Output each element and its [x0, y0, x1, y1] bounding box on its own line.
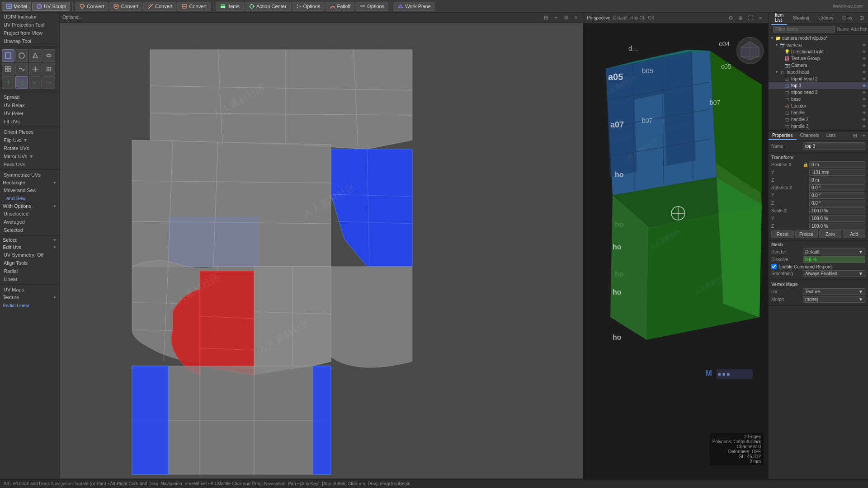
- add-btn[interactable]: Add: [843, 230, 865, 238]
- symmetrize-uvs-item[interactable]: Symmetrize UVs: [0, 171, 59, 179]
- edit-uvs-dropdown[interactable]: Edit Uvs▼: [0, 244, 59, 251]
- viewport-zoom-btn[interactable]: ⊕: [736, 14, 745, 22]
- udim-indicator[interactable]: UDIM Indicator: [0, 13, 59, 21]
- unwrap-tool[interactable]: Unwrap Tool: [0, 37, 59, 45]
- prop-expand-btn[interactable]: ⊞: [851, 131, 859, 140]
- zero-btn[interactable]: Zero: [819, 230, 842, 238]
- radial-item[interactable]: Radial: [0, 267, 59, 275]
- viewport-close-btn[interactable]: ×: [756, 14, 764, 22]
- scale-y-value[interactable]: 100.0 %: [809, 215, 865, 222]
- tree-item-10[interactable]: ◎ Locator 👁: [769, 103, 868, 109]
- pos-z-value[interactable]: 0 m: [809, 177, 865, 183]
- select-dropdown[interactable]: Select▼: [0, 236, 59, 244]
- mode-model[interactable]: Model: [2, 2, 31, 11]
- spread-item[interactable]: Spread: [0, 93, 59, 101]
- nav-widget[interactable]: [736, 37, 764, 64]
- rot-y-value[interactable]: 0.0 °: [809, 192, 865, 199]
- items-btn[interactable]: Items: [216, 2, 244, 11]
- zoom-fit-btn[interactable]: ⊞: [542, 14, 550, 22]
- uv-symmetry-item[interactable]: UV Symmetry: Off: [0, 251, 59, 259]
- tree-item-4[interactable]: 📷 Camera 👁: [769, 62, 868, 69]
- uv-tool-12[interactable]: →: [42, 76, 55, 89]
- expand-icon[interactable]: ⊞: [858, 14, 866, 22]
- prop-tab-channels[interactable]: Channels: [797, 131, 823, 140]
- name-input[interactable]: [803, 142, 865, 150]
- fit-uvs-item[interactable]: Fit UVs: [0, 117, 59, 126]
- tree-item-3[interactable]: 🖼 Texture Group 👁: [769, 55, 868, 62]
- texture-dropdown[interactable]: Texture▼: [0, 294, 59, 301]
- rot-x-value[interactable]: 0.0 °: [809, 184, 865, 191]
- tree-item-8[interactable]: ◻ tripod head 3 👁: [769, 89, 868, 96]
- options-btn-2[interactable]: Options: [355, 2, 388, 11]
- morph-dropdown[interactable]: (none) ▼: [803, 296, 865, 303]
- mirror-uvs-item[interactable]: Mirror UVs ▼: [0, 152, 59, 160]
- uv-canvas[interactable]: 人人素材社区 人人素材社区 人人素材社区 人人素材社区: [60, 23, 583, 478]
- website-link[interactable]: www.rr-sc.com: [829, 3, 866, 9]
- freeze-btn[interactable]: Freeze: [795, 230, 818, 238]
- dissolve-value[interactable]: 0.0 %: [803, 256, 865, 263]
- uv-tool-7[interactable]: [29, 63, 42, 75]
- viewport-3d-canvas[interactable]: a05 b05 a07 b07 ho ho ho b07 c05 c04 d..…: [583, 23, 768, 479]
- uv-tool-6[interactable]: [15, 63, 28, 75]
- pos-x-value[interactable]: 0 m: [809, 161, 865, 168]
- uv-peler-item[interactable]: UV Peler: [0, 109, 59, 117]
- with-options-dropdown[interactable]: With Options▼: [0, 202, 59, 210]
- rot-z-value[interactable]: 0.0 °: [809, 200, 865, 206]
- zoom-in-btn[interactable]: +: [552, 14, 560, 22]
- prop-plus-btn[interactable]: +: [860, 131, 868, 140]
- rectangle-dropdown[interactable]: Rectangle▼: [0, 179, 59, 186]
- tree-item-1[interactable]: ▼ 📷 camera 👁: [769, 42, 868, 48]
- settings-btn[interactable]: ⚙: [562, 14, 570, 22]
- tree-item-7[interactable]: ◻ top 3 👁: [769, 82, 868, 89]
- reset-btn[interactable]: Reset: [771, 230, 794, 238]
- tree-item-0[interactable]: ▼ 📁 camera model wip.lxo*: [769, 35, 868, 42]
- tree-item-6[interactable]: ◻ tripod head 2 👁: [769, 75, 868, 82]
- viewport-expand-btn[interactable]: ⛶: [746, 14, 755, 22]
- options-btn-1[interactable]: Options: [292, 2, 325, 11]
- enable-command-checkbox[interactable]: [771, 264, 777, 269]
- tree-item-9[interactable]: ◻ base 👁: [769, 96, 868, 103]
- smoothing-dropdown[interactable]: Always Enabled ▼: [803, 270, 865, 277]
- project-from-view[interactable]: Project from View: [0, 29, 59, 37]
- options-label[interactable]: Options...: [62, 15, 82, 20]
- add-item-btn[interactable]: Add Item: [851, 25, 868, 33]
- tree-item-12[interactable]: ◻ handle 2 👁: [769, 116, 868, 123]
- mode-uvsculpt[interactable]: UV Sculpt: [32, 2, 70, 11]
- uv-tool-10[interactable]: ↓: [15, 76, 28, 89]
- render-dropdown[interactable]: Default ▼: [803, 249, 865, 255]
- and-sew-item[interactable]: and Sew: [0, 194, 59, 202]
- close-uv-btn[interactable]: ×: [572, 14, 580, 22]
- tab-clips[interactable]: Clips: [839, 14, 856, 22]
- flip-uvs-item[interactable]: Flip Uvs ▼: [0, 136, 59, 144]
- rotate-uvs-item[interactable]: Rotate UVs: [0, 144, 59, 152]
- filter-input[interactable]: [773, 26, 835, 33]
- falloff-btn[interactable]: Falloff: [326, 2, 355, 11]
- uv-tool-9[interactable]: ↑: [2, 76, 14, 89]
- uv-tool-2[interactable]: [15, 49, 28, 62]
- pack-uvs-item[interactable]: Pack UVs: [0, 160, 59, 169]
- scale-z-value[interactable]: 100.0 %: [809, 223, 865, 230]
- pos-y-value[interactable]: -131 mm: [809, 169, 865, 176]
- uv-tool-3[interactable]: [29, 49, 42, 62]
- uv-tool-5[interactable]: [2, 63, 14, 75]
- selected-item[interactable]: Selected: [0, 226, 59, 234]
- uv-projection-tool[interactable]: UV Projection Tool: [0, 21, 59, 29]
- uv-maps-item[interactable]: UV Maps: [0, 286, 59, 294]
- orient-pieces-item[interactable]: Orient Pieces: [0, 128, 59, 136]
- tree-item-2[interactable]: 💡 Directional Light 👁: [769, 48, 868, 55]
- averaged-item[interactable]: Averaged: [0, 218, 59, 226]
- tab-groups[interactable]: Groups: [815, 14, 837, 22]
- move-and-sew-item[interactable]: Move and Sew: [0, 186, 59, 194]
- convert-btn-3[interactable]: Convert: [143, 2, 177, 11]
- uv-relax-item[interactable]: UV Relax: [0, 101, 59, 109]
- uv-tool-11[interactable]: ←: [29, 76, 42, 89]
- linear-item[interactable]: Linear: [0, 275, 59, 283]
- tree-item-13[interactable]: ◻ handle 3 👁: [769, 123, 868, 130]
- work-plane-btn[interactable]: Work Plane: [393, 2, 435, 11]
- uv-tool-4[interactable]: [42, 49, 55, 62]
- tab-item-list[interactable]: Item List: [771, 11, 787, 25]
- uv-tool-1[interactable]: [2, 49, 14, 62]
- convert-btn-2[interactable]: Convert: [109, 2, 142, 11]
- action-center-btn[interactable]: Action Center: [245, 2, 291, 11]
- viewport-settings-btn[interactable]: ⚙: [726, 14, 735, 22]
